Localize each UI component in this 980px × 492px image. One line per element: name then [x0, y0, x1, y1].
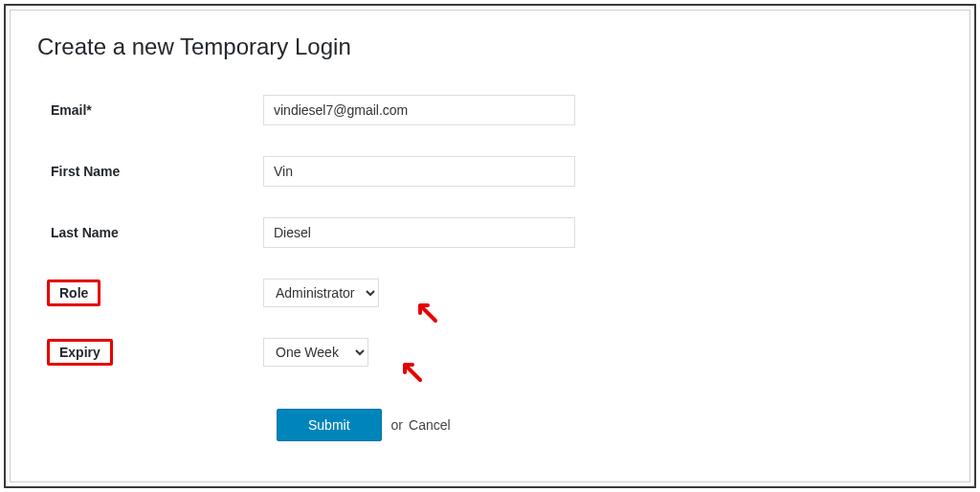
label-role-wrap: Role [37, 280, 263, 306]
row-expiry: Expiry One Week [37, 338, 943, 367]
row-email: Email* [37, 95, 943, 125]
cancel-link[interactable]: Cancel [409, 417, 451, 433]
or-text: or [391, 417, 403, 433]
label-first-name: First Name [37, 164, 263, 179]
role-select[interactable]: Administrator [263, 279, 379, 307]
page-title: Create a new Temporary Login [37, 34, 943, 60]
last-name-field[interactable] [263, 217, 575, 248]
label-expiry: Expiry [47, 339, 113, 366]
label-expiry-wrap: Expiry [37, 339, 263, 366]
arrow-icon [412, 298, 439, 328]
row-first-name: First Name [37, 156, 943, 187]
email-field[interactable] [263, 95, 575, 125]
label-last-name: Last Name [37, 225, 263, 240]
row-last-name: Last Name [37, 217, 943, 248]
button-row: Submit or Cancel [277, 409, 943, 441]
submit-button[interactable]: Submit [277, 409, 382, 441]
expiry-select[interactable]: One Week [263, 338, 368, 367]
outer-frame: Create a new Temporary Login Email* Firs… [4, 4, 976, 488]
form-panel: Create a new Temporary Login Email* Firs… [10, 10, 970, 482]
label-email: Email* [37, 102, 263, 118]
label-role: Role [47, 280, 100, 306]
row-role: Role Administrator [37, 279, 943, 307]
arrow-icon [397, 357, 424, 388]
first-name-field[interactable] [263, 156, 575, 187]
